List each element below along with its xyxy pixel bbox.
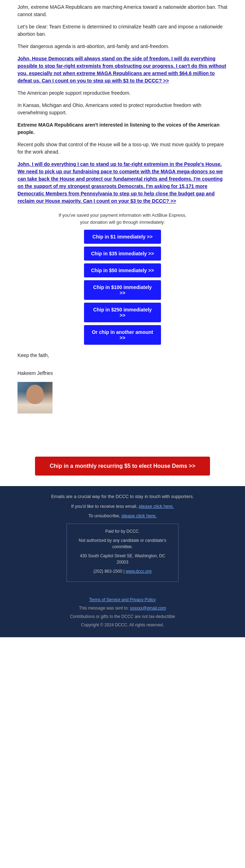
spacer bbox=[18, 422, 227, 450]
paid-box: Paid for by DCCC. Not authorized by any … bbox=[66, 524, 178, 582]
recurring-banner[interactable]: Chip in a monthly recurring $5 to elect … bbox=[35, 457, 210, 476]
face-shape bbox=[26, 385, 44, 404]
paid-line3: 430 South Capitol Street SE, Washington,… bbox=[74, 553, 171, 565]
actblue-info: If you've saved your payment information… bbox=[18, 212, 227, 226]
recurring-section: Chip in a monthly recurring $5 to elect … bbox=[0, 457, 245, 476]
footer-unsub-link[interactable]: please click here. bbox=[121, 513, 156, 518]
chip-other-button[interactable]: Or chip in another amount >> bbox=[84, 325, 161, 345]
chip-1-button[interactable]: Chip in $1 immediately >> bbox=[84, 230, 161, 244]
chip-50-button[interactable]: Chip in $50 immediately >> bbox=[84, 263, 161, 277]
actblue-line1: If you've saved your payment information… bbox=[58, 213, 186, 218]
terms-link-line[interactable]: Terms of Service and Privacy Policy bbox=[18, 597, 227, 603]
tax-note: Contributions or gifts to the DCCC are n… bbox=[18, 613, 227, 620]
terms-link[interactable]: Terms of Service and Privacy Policy bbox=[89, 597, 156, 602]
sent-to-pre: This message was sent to: bbox=[79, 606, 129, 611]
hakeem-photo bbox=[18, 382, 52, 413]
paragraph-6: Recent polls show that control of the Ho… bbox=[18, 141, 227, 156]
recurring-link[interactable]: Chip in a monthly recurring $5 to elect … bbox=[50, 463, 195, 469]
paragraph-5: In Kansas, Michigan and Ohio, Americans … bbox=[18, 102, 227, 116]
bold-text: Extreme MAGA Republicans aren't interest… bbox=[18, 122, 219, 135]
photo-container bbox=[18, 382, 227, 415]
footer-line3: To unsubscribe, please click here. bbox=[18, 512, 227, 519]
donation-link-2[interactable]: John, I will do everything I can to stan… bbox=[18, 161, 223, 204]
footer-less-email-pre: If you'd like to receive less email, bbox=[71, 504, 138, 509]
sent-email[interactable]: xxxxxx@gmail.com bbox=[130, 606, 166, 611]
bold-paragraph: Extreme MAGA Republicans aren't interest… bbox=[18, 121, 227, 136]
donation-link-1[interactable]: John, House Democrats will always stand … bbox=[18, 56, 226, 83]
footer-unsub-pre: To unsubscribe, bbox=[88, 513, 120, 518]
footer-top: Emails are a crucial way for the DCCC to… bbox=[0, 486, 245, 593]
link-2[interactable]: John, I will do everything I can to stan… bbox=[18, 161, 227, 205]
signature-line1: Keep the faith, bbox=[18, 352, 227, 359]
footer-less-email-link[interactable]: please click here. bbox=[139, 504, 174, 509]
paid-line4: (202) 863-1500 | www.dccc.org bbox=[74, 568, 171, 574]
footer-bottom: Terms of Service and Privacy Policy This… bbox=[0, 593, 245, 637]
paragraph-3: Their dangerous agenda is anti-abortion,… bbox=[18, 43, 227, 50]
actblue-line2: your donation will go through immediatel… bbox=[80, 220, 165, 225]
dccc-website-link[interactable]: www.dccc.org bbox=[126, 569, 152, 574]
paid-line2: Not authorized by any candidate or candi… bbox=[74, 537, 171, 550]
paragraph-4: The American people support reproductive… bbox=[18, 89, 227, 97]
footer-line2: If you'd like to receive less email, ple… bbox=[18, 503, 227, 510]
link-1[interactable]: John, House Democrats will always stand … bbox=[18, 55, 227, 85]
footer-line1: Emails are a crucial way for the DCCC to… bbox=[18, 493, 227, 500]
paid-phone: (202) 863-1500 | bbox=[93, 569, 125, 574]
signature: Keep the faith, Hakeem Jeffries bbox=[18, 352, 227, 377]
donation-section: If you've saved your payment information… bbox=[18, 212, 227, 345]
chip-100-button[interactable]: Chip in $100 immediately >> bbox=[84, 280, 161, 300]
paragraph-1: John, extreme MAGA Republicans are march… bbox=[18, 4, 227, 18]
signature-line2: Hakeem Jeffries bbox=[18, 370, 227, 377]
copyright: Copyright © 2024 DCCC. All rights reserv… bbox=[18, 622, 227, 628]
chip-35-button[interactable]: Chip in $35 immediately >> bbox=[84, 247, 161, 261]
main-content: John, extreme MAGA Republicans are march… bbox=[0, 0, 245, 457]
chip-250-button[interactable]: Chip in $250 immediately >> bbox=[84, 303, 161, 322]
paragraph-2: Let's be clear: Team Extreme is determin… bbox=[18, 23, 227, 38]
sent-to-line: This message was sent to: xxxxxx@gmail.c… bbox=[18, 605, 227, 611]
paid-line1: Paid for by DCCC. bbox=[74, 528, 171, 534]
